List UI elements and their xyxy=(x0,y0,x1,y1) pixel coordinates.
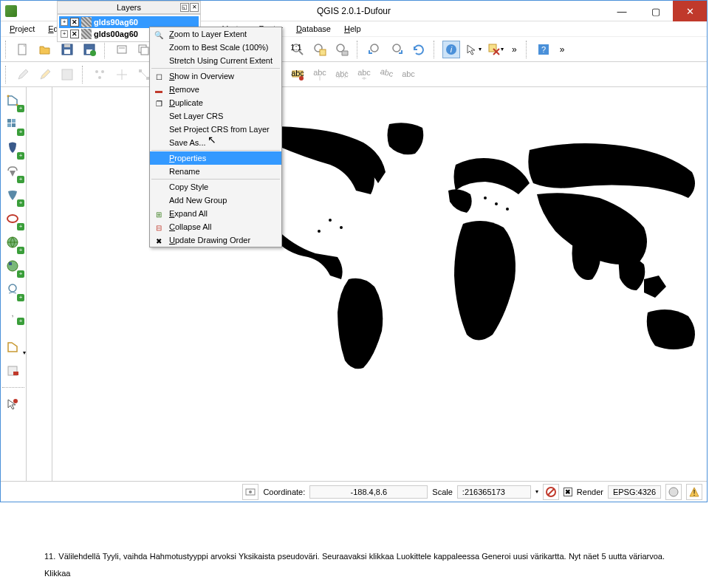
stop-render-icon[interactable] xyxy=(543,484,559,500)
remove-layer-button[interactable] xyxy=(2,360,23,381)
messages-icon[interactable]: ! xyxy=(686,484,702,500)
add-oracle-button[interactable]: + xyxy=(2,208,23,229)
svg-rect-25 xyxy=(320,49,326,55)
svg-point-81 xyxy=(506,208,509,211)
toolbar-overflow-1[interactable]: » xyxy=(509,44,520,55)
maximize-button[interactable]: ▢ xyxy=(639,1,673,21)
zoom-next-button[interactable] xyxy=(388,41,405,58)
svg-rect-76 xyxy=(13,372,18,375)
svg-line-91 xyxy=(548,489,554,495)
svg-point-79 xyxy=(484,196,487,199)
instruction-caption: 11.Välilehdellä Tyyli, vaihda Hahmotusty… xyxy=(44,547,665,581)
coordinate-field[interactable]: -188.4,8.6 xyxy=(309,485,428,499)
cm-set-layer-crs[interactable]: Set Layer CRS xyxy=(150,109,281,123)
crs-field[interactable]: EPSG:4326 xyxy=(608,485,661,499)
svg-text:1:1: 1:1 xyxy=(291,43,302,52)
add-mssql-button[interactable]: + xyxy=(2,185,23,205)
menu-database[interactable]: Database xyxy=(290,23,337,35)
svg-point-73 xyxy=(9,284,16,292)
add-vector-button[interactable]: + xyxy=(2,90,23,111)
help-button[interactable]: ? xyxy=(535,41,552,58)
cm-show-overview[interactable]: ☐Show in Overview xyxy=(150,69,281,83)
add-wms-button[interactable]: + xyxy=(2,232,23,253)
svg-rect-65 xyxy=(7,119,11,123)
svg-point-6 xyxy=(90,50,96,56)
save-as-button[interactable] xyxy=(81,41,98,58)
select-button[interactable]: ▾ xyxy=(465,41,482,58)
svg-point-27 xyxy=(371,44,378,52)
toolbar-overflow-2[interactable]: » xyxy=(557,44,568,55)
svg-point-84 xyxy=(613,222,616,225)
label-config-button[interactable]: abc xyxy=(289,66,306,83)
menu-help[interactable]: Help xyxy=(338,23,367,35)
open-project-button[interactable] xyxy=(36,41,54,58)
new-print-composer-button[interactable] xyxy=(113,41,131,58)
svg-rect-72 xyxy=(9,262,12,265)
expand-icon[interactable]: + xyxy=(61,18,68,26)
collapse-icon: ⊟ xyxy=(153,222,165,233)
cm-zoom-best[interactable]: Zoom to Best Scale (100%) xyxy=(150,41,281,54)
add-delimited-button[interactable]: ,+ xyxy=(2,303,23,324)
label-pin-button: abc xyxy=(311,66,329,83)
toolbar-edit: abc abc abc abc abc abc abc xyxy=(1,62,707,87)
new-vector-button[interactable]: ▾ xyxy=(2,337,23,358)
cm-remove[interactable]: ▬Remove xyxy=(150,83,281,96)
gps-button[interactable] xyxy=(2,394,23,414)
cm-copy-style[interactable]: Copy Style xyxy=(150,180,281,194)
cm-expand-all[interactable]: ⊞Expand All xyxy=(150,207,281,220)
toggle-editing-button xyxy=(36,66,54,83)
extents-icon[interactable] xyxy=(242,484,258,500)
zoom-selection-button[interactable] xyxy=(311,41,329,58)
layer-checkbox[interactable]: ✕ xyxy=(70,18,79,27)
render-checkbox[interactable]: ✖ xyxy=(564,488,572,496)
add-wfs-button[interactable]: + xyxy=(2,279,23,300)
cm-stretch[interactable]: Stretch Using Current Extent xyxy=(150,54,281,67)
add-wcs-button[interactable]: + xyxy=(2,256,23,276)
svg-text:,: , xyxy=(11,309,13,318)
svg-point-86 xyxy=(340,226,343,229)
identify-button[interactable]: i xyxy=(442,41,460,58)
svg-text:abc: abc xyxy=(291,69,304,78)
cm-update-order[interactable]: ✖Update Drawing Order xyxy=(150,233,281,247)
expand-icon: ⊞ xyxy=(153,208,165,220)
add-postgis-button[interactable]: + xyxy=(2,137,23,158)
svg-rect-8 xyxy=(119,47,125,49)
expand-icon[interactable]: + xyxy=(61,30,68,38)
cm-rename[interactable]: Rename xyxy=(150,165,281,178)
svg-point-39 xyxy=(98,76,101,79)
new-project-button[interactable] xyxy=(14,41,32,58)
scale-field[interactable]: :216365173 xyxy=(457,485,531,499)
cm-zoom-extent[interactable]: 🔍Zoom to Layer Extent xyxy=(150,27,281,41)
svg-text:!: ! xyxy=(693,488,695,497)
zoom-layer-button[interactable] xyxy=(333,41,351,58)
cm-collapse-all[interactable]: ⊟Collapse All xyxy=(150,220,281,233)
svg-text:abc: abc xyxy=(357,68,371,77)
cm-properties[interactable]: Properties xyxy=(150,151,281,165)
layer-checkbox[interactable]: ✕ xyxy=(70,30,79,38)
save-project-button[interactable] xyxy=(58,41,76,58)
panel-close-button[interactable]: ✕ xyxy=(190,3,199,12)
deselect-button[interactable]: ▾ xyxy=(487,41,504,58)
add-spatialite-button[interactable]: + xyxy=(2,161,23,182)
cm-duplicate[interactable]: ❐Duplicate xyxy=(150,96,281,109)
checkbox-icon: ☐ xyxy=(153,71,165,83)
map-canvas[interactable] xyxy=(227,87,707,481)
zoom-full-button[interactable]: 1:1 xyxy=(289,41,306,58)
svg-point-56 xyxy=(299,76,304,81)
cm-add-group[interactable]: Add New Group xyxy=(150,194,281,207)
add-raster-button[interactable]: + xyxy=(2,114,23,134)
svg-text:abc: abc xyxy=(402,69,415,78)
svg-rect-3 xyxy=(64,44,70,47)
close-button[interactable]: ✕ xyxy=(673,1,707,21)
window-title: QGIS 2.0.1-Dufour xyxy=(317,6,391,16)
add-feature-button xyxy=(91,66,109,83)
refresh-button[interactable] xyxy=(410,41,428,58)
svg-rect-67 xyxy=(7,123,11,127)
panel-undock-button[interactable]: ◱ xyxy=(180,3,189,12)
menu-project[interactable]: Project xyxy=(4,23,41,35)
crs-status-icon[interactable] xyxy=(665,484,682,500)
render-label: Render xyxy=(577,488,603,496)
svg-line-42 xyxy=(140,71,148,78)
minimize-button[interactable]: — xyxy=(605,1,639,21)
zoom-last-button[interactable] xyxy=(366,41,383,58)
